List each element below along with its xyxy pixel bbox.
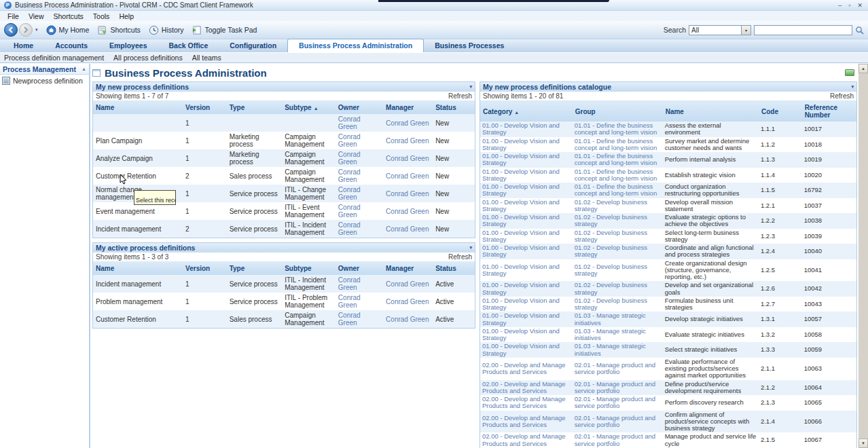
cell-group-link[interactable]: 01.03 - Manage strategic initiatives (573, 327, 663, 343)
cell-group-link[interactable]: 01.02 - Develop business strategy (573, 297, 663, 312)
table-row[interactable]: 02.00 - Develop and Manage Products and … (480, 380, 856, 396)
cell-category-link[interactable]: 01.00 - Develop Vision and Strategy (480, 122, 573, 137)
cell-group-link[interactable]: 01.03 - Manage strategic initiatives (573, 342, 663, 358)
cell-owner-link[interactable]: Conrad Green (336, 167, 383, 185)
chevron-down-icon[interactable]: ▾ (741, 26, 751, 35)
table-row[interactable]: Plan Campaign 1 Marketing process Campai… (93, 132, 475, 149)
cell-manager-link[interactable]: Conrad Green (383, 293, 433, 310)
menu-item[interactable]: Shortcuts (49, 12, 88, 20)
column-header[interactable]: Type (227, 262, 282, 275)
cell-group-link[interactable]: 01.03 - Manage strategic initiatives (573, 312, 663, 327)
cell-owner-link[interactable]: Conrad Green (336, 202, 383, 220)
table-row[interactable]: 02.00 - Develop and Manage Products and … (480, 411, 856, 433)
cell-category-link[interactable]: 02.00 - Develop and Manage Products and … (480, 432, 573, 448)
table-row[interactable]: 02.00 - Develop and Manage Products and … (480, 432, 856, 448)
table-row[interactable]: Incident management 1 Service process IT… (93, 275, 475, 293)
tab[interactable]: Back Office (158, 39, 219, 52)
table-row[interactable]: 01.00 - Develop Vision and Strategy 01.0… (480, 168, 856, 183)
cell-manager-link[interactable]: Conrad Green (383, 220, 433, 238)
column-header[interactable]: Name (663, 101, 759, 122)
cell-group-link[interactable]: 01.01 - Define the business concept and … (573, 168, 663, 183)
table-row[interactable]: 01.00 - Develop Vision and Strategy 01.0… (480, 152, 856, 168)
search-input[interactable] (754, 25, 852, 35)
column-header[interactable]: Manager (383, 262, 433, 275)
cell-group-link[interactable]: 01.01 - Define the business concept and … (573, 137, 663, 153)
tab[interactable]: Accounts (44, 39, 98, 52)
cell-category-link[interactable]: 01.00 - Develop Vision and Strategy (480, 259, 573, 282)
table-row[interactable]: 01.00 - Develop Vision and Strategy 01.0… (480, 229, 856, 244)
table-row[interactable]: 02.00 - Develop and Manage Products and … (480, 358, 856, 380)
sidebar-divider[interactable] (89, 64, 90, 448)
table-row[interactable]: 01.00 - Develop Vision and Strategy 01.0… (480, 297, 856, 312)
column-header[interactable]: Version (183, 101, 227, 114)
column-header[interactable]: Version (183, 262, 227, 275)
column-header[interactable]: Group (573, 101, 663, 122)
cell-manager-link[interactable]: Conrad Green (383, 275, 433, 293)
column-header[interactable]: Subtype▲ (282, 101, 336, 114)
history-button[interactable]: History (145, 24, 188, 37)
table-row[interactable]: 01.00 - Develop Vision and Strategy 01.0… (480, 327, 856, 343)
cell-category-link[interactable]: 02.00 - Develop and Manage Products and … (480, 395, 573, 411)
table-row[interactable]: 01.00 - Develop Vision and Strategy 01.0… (480, 244, 856, 259)
tab[interactable]: Business Processes (424, 39, 515, 52)
table-row[interactable]: Customer Retention 2 Sales process Campa… (93, 167, 475, 185)
column-header[interactable]: Owner (336, 262, 383, 275)
cell-owner-link[interactable]: Conrad Green (336, 149, 383, 167)
cell-group-link[interactable]: 01.02 - Develop business strategy (573, 198, 663, 214)
cell-manager-link[interactable]: Conrad Green (383, 202, 433, 220)
collapse-icon[interactable]: ▾ (469, 245, 472, 250)
cell-category-link[interactable]: 01.00 - Develop Vision and Strategy (480, 297, 573, 312)
sub-nav-item[interactable]: All process definitions (113, 54, 183, 62)
table-row[interactable]: Analyze Campaign 1 Marketing process Cam… (93, 149, 475, 167)
cell-manager-link[interactable]: Conrad Green (383, 132, 433, 149)
cell-category-link[interactable]: 01.00 - Develop Vision and Strategy (480, 152, 573, 168)
cell-category-link[interactable]: 01.00 - Develop Vision and Strategy (480, 213, 573, 229)
cell-category-link[interactable]: 01.00 - Develop Vision and Strategy (480, 342, 573, 358)
my-home-button[interactable]: My Home (42, 24, 94, 37)
cell-category-link[interactable]: 01.00 - Develop Vision and Strategy (480, 168, 573, 183)
refresh-link[interactable]: Refresh (830, 92, 854, 100)
menu-item[interactable]: Help (114, 12, 139, 20)
cell-manager-link[interactable]: Conrad Green (383, 310, 433, 328)
column-header[interactable]: Owner (336, 101, 383, 114)
cell-group-link[interactable]: 02.01 - Manage product and service portf… (573, 380, 663, 396)
cell-group-link[interactable]: 01.01 - Define the business concept and … (573, 152, 663, 168)
table-row[interactable]: 01.00 - Develop Vision and Strategy 01.0… (480, 122, 856, 137)
table-row[interactable]: 01.00 - Develop Vision and Strategy 01.0… (480, 137, 856, 153)
tab[interactable]: Configuration (219, 39, 287, 52)
column-header[interactable]: Status (433, 101, 475, 114)
shortcuts-button[interactable]: Shortcuts (93, 24, 144, 37)
cell-owner-link[interactable]: Conrad Green (336, 114, 383, 132)
collapse-icon[interactable]: ▾ (469, 84, 472, 90)
table-row[interactable]: Problem management 1 Service process ITI… (93, 293, 475, 310)
close-icon[interactable]: ✕ (857, 2, 863, 9)
cell-manager-link[interactable]: Conrad Green (383, 149, 433, 167)
forward-button[interactable] (19, 23, 33, 37)
vertical-scrollbar[interactable]: ▲ ▼ (858, 64, 868, 448)
cell-group-link[interactable]: 01.02 - Develop business strategy (573, 281, 663, 297)
cell-owner-link[interactable]: Conrad Green (336, 132, 383, 149)
table-row[interactable]: 1 Conrad Green Conrad Green New (93, 114, 475, 132)
column-header[interactable]: Category▲ (480, 101, 573, 122)
cell-category-link[interactable]: 01.00 - Develop Vision and Strategy (480, 244, 573, 259)
table-row[interactable]: 02.00 - Develop and Manage Products and … (480, 395, 856, 411)
maximize-icon[interactable]: ▫ (848, 2, 850, 9)
column-header[interactable]: Name (93, 262, 183, 275)
cell-group-link[interactable]: 01.02 - Develop business strategy (573, 259, 663, 282)
cell-group-link[interactable]: 01.01 - Define the business concept and … (573, 122, 663, 137)
menu-item[interactable]: View (24, 12, 49, 20)
cell-category-link[interactable]: 01.00 - Develop Vision and Strategy (480, 312, 573, 327)
cell-group-link[interactable]: 01.01 - Define the business concept and … (573, 183, 663, 198)
refresh-link[interactable]: Refresh (448, 92, 472, 100)
cell-group-link[interactable]: 01.02 - Develop business strategy (573, 244, 663, 259)
cell-group-link[interactable]: 02.01 - Manage product and service portf… (573, 411, 663, 433)
cell-category-link[interactable]: 02.00 - Develop and Manage Products and … (480, 380, 573, 396)
cell-owner-link[interactable]: Conrad Green (336, 275, 383, 293)
cell-category-link[interactable]: 01.00 - Develop Vision and Strategy (480, 281, 573, 297)
minimize-icon[interactable]: – (838, 2, 842, 9)
cell-group-link[interactable]: 02.01 - Manage product and service portf… (573, 358, 663, 380)
sub-nav-item[interactable]: Process definition management (4, 54, 104, 62)
table-row[interactable]: 01.00 - Develop Vision and Strategy 01.0… (480, 342, 856, 358)
table-row[interactable]: 01.00 - Develop Vision and Strategy 01.0… (480, 281, 856, 297)
refresh-link[interactable]: Refresh (448, 253, 472, 261)
